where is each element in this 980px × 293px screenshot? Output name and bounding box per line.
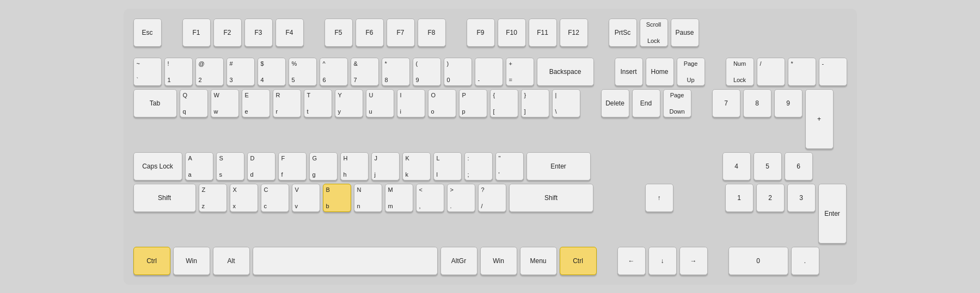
key-l[interactable]: Ll (433, 152, 462, 180)
key-lctrl[interactable]: Ctrl (133, 247, 170, 275)
key-equals[interactable]: += (506, 58, 534, 86)
key-a[interactable]: Aa (185, 152, 213, 180)
key-lbracket[interactable]: {[ (490, 89, 518, 117)
key-f9[interactable]: F9 (467, 18, 495, 47)
key-scrolllock[interactable]: ScrollLock (640, 18, 668, 47)
key-i[interactable]: Ii (397, 89, 425, 117)
key-v[interactable]: Vv (292, 184, 320, 212)
key-f10[interactable]: F10 (498, 18, 526, 47)
key-numpad-enter[interactable]: Enter (818, 184, 847, 244)
key-numpad-0[interactable]: 0 (728, 247, 788, 275)
key-rbracket[interactable]: }] (521, 89, 549, 117)
key-b[interactable]: Bb (323, 184, 351, 212)
key-7[interactable]: &7 (351, 58, 379, 86)
key-f7[interactable]: F7 (387, 18, 415, 47)
key-rwin[interactable]: Win (480, 247, 517, 275)
key-pageup[interactable]: PageUp (677, 58, 705, 86)
key-enter[interactable]: Enter (526, 152, 591, 180)
key-numpad-minus[interactable]: - (819, 58, 847, 86)
key-numpad-3[interactable]: 3 (787, 184, 816, 212)
key-numpad-slash[interactable]: / (757, 58, 785, 86)
key-k[interactable]: Kk (402, 152, 431, 180)
key-altgr[interactable]: AltGr (440, 247, 477, 275)
key-u[interactable]: Uu (366, 89, 394, 117)
key-f6[interactable]: F6 (356, 18, 384, 47)
key-semicolon[interactable]: :; (464, 152, 493, 180)
key-end[interactable]: End (632, 89, 660, 117)
key-f3[interactable]: F3 (244, 18, 273, 47)
key-numpad-2[interactable]: 2 (756, 184, 785, 212)
key-lwin[interactable]: Win (173, 247, 210, 275)
key-tab[interactable]: Tab (133, 89, 177, 117)
key-j[interactable]: Jj (371, 152, 400, 180)
key-backtick[interactable]: ~` (133, 58, 162, 86)
key-insert[interactable]: Insert (615, 58, 643, 86)
key-numpad-1[interactable]: 1 (725, 184, 754, 212)
key-y[interactable]: Yy (335, 89, 363, 117)
key-rshift[interactable]: Shift (509, 184, 593, 212)
key-h[interactable]: Hh (340, 152, 369, 180)
key-c[interactable]: Cc (261, 184, 289, 212)
key-f4[interactable]: F4 (275, 18, 304, 47)
key-x[interactable]: Xx (230, 184, 258, 212)
key-f2[interactable]: F2 (213, 18, 242, 47)
key-pause[interactable]: Pause (671, 18, 699, 47)
key-numpad-plus[interactable]: + (805, 89, 834, 149)
key-w[interactable]: Ww (211, 89, 239, 117)
key-esc[interactable]: Esc (133, 18, 162, 47)
key-backslash[interactable]: |\ (552, 89, 580, 117)
key-numpad-7[interactable]: 7 (712, 89, 740, 117)
key-n[interactable]: Nn (354, 184, 382, 212)
key-numpad-9[interactable]: 9 (774, 89, 803, 117)
key-g[interactable]: Gg (309, 152, 338, 180)
key-numpad-6[interactable]: 6 (785, 152, 813, 180)
key-9[interactable]: (9 (413, 58, 441, 86)
key-left[interactable]: ← (617, 247, 646, 275)
key-t[interactable]: Tt (304, 89, 332, 117)
key-prtsc[interactable]: PrtSc (609, 18, 637, 47)
key-s[interactable]: Ss (216, 152, 244, 180)
key-numlock[interactable]: NumLock (726, 58, 754, 86)
key-period[interactable]: >. (447, 184, 475, 212)
key-r[interactable]: Rr (273, 89, 301, 117)
key-backspace[interactable]: Backspace (537, 58, 594, 86)
key-numpad-4[interactable]: 4 (722, 152, 751, 180)
key-1[interactable]: !1 (164, 58, 193, 86)
key-capslock[interactable]: Caps Lock (133, 152, 182, 180)
key-f[interactable]: Ff (278, 152, 307, 180)
key-o[interactable]: Oo (428, 89, 456, 117)
key-minus[interactable]: - (475, 58, 503, 86)
key-m[interactable]: Mm (385, 184, 413, 212)
key-e[interactable]: Ee (242, 89, 270, 117)
key-up[interactable]: ↑ (645, 184, 673, 212)
key-down[interactable]: ↓ (648, 247, 677, 275)
key-pagedown[interactable]: PageDown (663, 89, 691, 117)
key-p[interactable]: Pp (459, 89, 487, 117)
key-delete[interactable]: Delete (601, 89, 629, 117)
key-lalt[interactable]: Alt (213, 247, 250, 275)
key-z[interactable]: Zz (199, 184, 227, 212)
key-3[interactable]: #3 (226, 58, 255, 86)
key-numpad-8[interactable]: 8 (743, 89, 771, 117)
key-f12[interactable]: F12 (560, 18, 588, 47)
key-numpad-dot[interactable]: . (791, 247, 819, 275)
key-home[interactable]: Home (646, 58, 674, 86)
key-menu[interactable]: Menu (520, 247, 557, 275)
key-space[interactable] (253, 247, 438, 275)
key-f1[interactable]: F1 (182, 18, 211, 47)
key-lshift[interactable]: Shift (133, 184, 196, 212)
key-f5[interactable]: F5 (324, 18, 353, 47)
key-right[interactable]: → (679, 247, 708, 275)
key-numpad-5[interactable]: 5 (754, 152, 782, 180)
key-rctrl[interactable]: Ctrl (560, 247, 597, 275)
key-comma[interactable]: <, (416, 184, 444, 212)
key-numpad-star[interactable]: * (788, 58, 816, 86)
key-f11[interactable]: F11 (529, 18, 557, 47)
key-slash[interactable]: ?/ (478, 184, 506, 212)
key-f8[interactable]: F8 (418, 18, 446, 47)
key-d[interactable]: Dd (247, 152, 275, 180)
key-8[interactable]: *8 (382, 58, 410, 86)
key-2[interactable]: @2 (195, 58, 224, 86)
key-0[interactable]: )0 (444, 58, 472, 86)
key-4[interactable]: $4 (258, 58, 286, 86)
